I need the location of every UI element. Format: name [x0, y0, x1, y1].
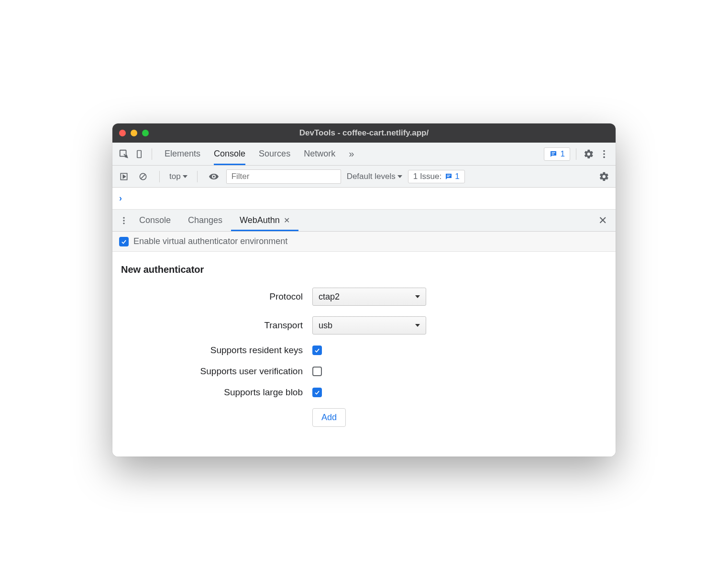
resident-keys-row: Supports resident keys	[121, 345, 607, 356]
large-blob-row: Supports large blob	[121, 387, 607, 398]
titlebar: DevTools - coffee-cart.netlify.app/	[112, 123, 616, 143]
new-authenticator-panel: New authenticator Protocol ctap2 Transpo…	[112, 252, 616, 457]
resident-keys-checkbox[interactable]	[312, 346, 322, 355]
resident-keys-label: Supports resident keys	[121, 345, 312, 356]
svg-rect-1	[137, 150, 141, 157]
devtools-window: DevTools - coffee-cart.netlify.app/ Elem…	[112, 123, 616, 457]
tab-elements[interactable]: Elements	[165, 143, 200, 165]
chevron-down-icon	[415, 324, 420, 327]
message-icon	[444, 172, 453, 181]
drawer-menu-icon[interactable]	[117, 214, 131, 227]
settings-icon[interactable]	[582, 147, 596, 161]
transport-label: Transport	[121, 320, 312, 331]
add-row: Add	[121, 408, 607, 427]
maximize-window-button[interactable]	[142, 130, 149, 136]
close-drawer-icon[interactable]: ✕	[595, 214, 611, 227]
issue-count: 1	[455, 172, 459, 181]
protocol-select[interactable]: ctap2	[312, 288, 426, 306]
window-controls	[119, 130, 149, 136]
more-tabs-icon[interactable]: »	[349, 148, 354, 159]
console-prompt-icon: ›	[119, 193, 122, 203]
svg-point-3	[603, 153, 605, 155]
issue-label: 1 Issue:	[413, 172, 442, 181]
close-tab-icon[interactable]: ✕	[284, 216, 290, 225]
enable-checkbox[interactable]	[119, 237, 129, 246]
main-toolbar: Elements Console Sources Network » 1	[112, 143, 616, 166]
tab-console[interactable]: Console	[214, 143, 245, 165]
log-levels-selector[interactable]: Default levels	[347, 172, 402, 181]
chevron-down-icon	[183, 175, 188, 178]
minimize-window-button[interactable]	[131, 130, 137, 136]
section-title: New authenticator	[121, 264, 607, 275]
divider	[197, 171, 198, 182]
protocol-row: Protocol ctap2	[121, 288, 607, 306]
live-expression-icon[interactable]	[207, 170, 221, 183]
issues-chip[interactable]: 1	[544, 147, 570, 161]
transport-value: usb	[319, 321, 332, 331]
large-blob-checkbox[interactable]	[312, 388, 322, 397]
more-menu-icon[interactable]	[597, 147, 611, 161]
tab-network[interactable]: Network	[304, 143, 335, 165]
drawer-tab-console[interactable]: Console	[131, 210, 179, 231]
checkmark-icon	[121, 238, 127, 245]
console-area[interactable]: ›	[112, 188, 616, 210]
context-selector[interactable]: top	[169, 172, 188, 181]
add-button[interactable]: Add	[312, 408, 346, 427]
device-toolbar-icon[interactable]	[132, 147, 146, 161]
chevron-down-icon	[397, 175, 402, 178]
divider	[576, 148, 576, 160]
clear-console-icon[interactable]	[136, 170, 150, 183]
chevron-down-icon	[415, 295, 420, 298]
issues-count: 1	[561, 149, 565, 159]
protocol-value: ctap2	[319, 292, 340, 302]
divider	[152, 148, 152, 160]
svg-point-10	[123, 223, 124, 224]
user-verification-checkbox[interactable]	[312, 367, 322, 376]
transport-row: Transport usb	[121, 316, 607, 335]
close-window-button[interactable]	[119, 130, 126, 136]
main-tabs: Elements Console Sources Network »	[165, 143, 354, 165]
context-label: top	[169, 172, 181, 181]
drawer-tab-changes[interactable]: Changes	[179, 210, 231, 231]
svg-point-2	[603, 150, 605, 152]
protocol-label: Protocol	[121, 291, 312, 302]
divider	[159, 171, 160, 182]
enable-virtual-authenticator-row: Enable virtual authenticator environment	[112, 232, 616, 252]
filter-input[interactable]	[226, 169, 341, 184]
svg-point-4	[603, 156, 605, 158]
window-title: DevTools - coffee-cart.netlify.app/	[112, 128, 616, 138]
svg-line-7	[141, 174, 145, 178]
enable-label: Enable virtual authenticator environment	[133, 236, 287, 246]
tab-sources[interactable]: Sources	[259, 143, 290, 165]
svg-point-8	[123, 217, 124, 218]
console-toolbar: top Default levels 1 Issue: 1	[112, 166, 616, 188]
message-icon	[549, 150, 558, 158]
execute-icon[interactable]	[117, 170, 131, 183]
user-verification-row: Supports user verification	[121, 366, 607, 377]
inspect-element-icon[interactable]	[117, 147, 131, 161]
transport-select[interactable]: usb	[312, 316, 426, 335]
large-blob-label: Supports large blob	[121, 387, 312, 398]
svg-point-9	[123, 220, 124, 221]
user-verification-label: Supports user verification	[121, 366, 312, 377]
levels-label: Default levels	[347, 172, 396, 181]
console-settings-icon[interactable]	[597, 170, 611, 183]
checkmark-icon	[314, 347, 320, 354]
issues-link[interactable]: 1 Issue: 1	[408, 170, 465, 183]
drawer-tab-webauthn[interactable]: WebAuthn ✕	[231, 210, 298, 231]
drawer-tabs: Console Changes WebAuthn ✕ ✕	[112, 210, 616, 232]
checkmark-icon	[314, 389, 320, 396]
